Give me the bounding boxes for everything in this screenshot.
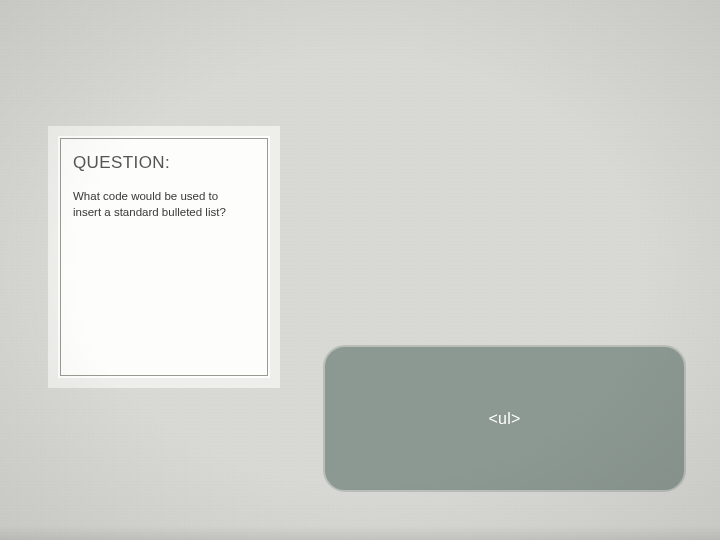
- bottom-shadow: [0, 526, 720, 540]
- question-card: QUESTION: What code would be used to ins…: [48, 126, 280, 388]
- question-title: QUESTION:: [73, 153, 255, 173]
- answer-text: <ul>: [489, 410, 521, 428]
- question-body: What code would be used to insert a stan…: [73, 189, 248, 220]
- answer-bubble: <ul>: [323, 345, 686, 492]
- question-inner: QUESTION: What code would be used to ins…: [60, 138, 268, 376]
